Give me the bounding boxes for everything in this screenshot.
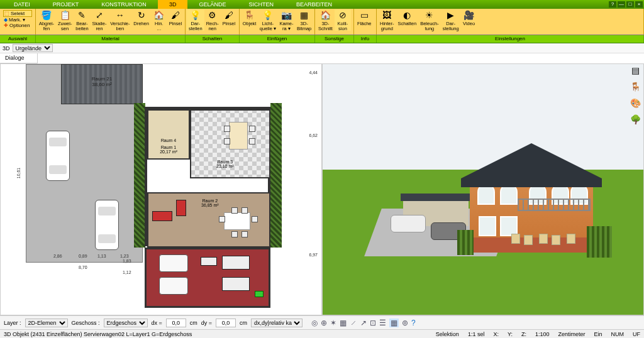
- snap-icon[interactable]: ◎: [311, 319, 318, 327]
- layers-icon[interactable]: ▤: [630, 65, 641, 77]
- tool-label: Fläche: [357, 21, 372, 26]
- palette-icon[interactable]: 🎨: [630, 98, 641, 109]
- tool-label: Kolli-sion: [338, 21, 348, 31]
- close-icon[interactable]: ×: [635, 1, 643, 8]
- snap-icon[interactable]: ✶: [330, 319, 336, 327]
- ribbon-button[interactable]: ▦3D-Bitmap: [295, 9, 313, 31]
- help-icon[interactable]: ?: [411, 319, 416, 327]
- group-label: Einstellungen: [377, 35, 644, 43]
- dimension: 1,83: [123, 259, 131, 263]
- select-button[interactable]: ⬚Selekt: [3, 10, 32, 17]
- dimension: 1,23: [120, 254, 129, 258]
- tool-icon: ⤢: [93, 9, 106, 21]
- snap-icons: ◎ ⊕ ✶ ▦ ⟋ ↗ ⊡ ☰ ▦ ⊚ ?: [311, 319, 416, 327]
- panel-schatten: 💡Dar-stellen⚙Rech-nen🖌Pinsel: [186, 9, 240, 35]
- cm-label: cm: [240, 320, 247, 326]
- status-z: Z:: [521, 331, 526, 337]
- menu-tabs: DATEI PROJEKT KONSTRUKTION 3D GELÄNDE SI…: [3, 0, 343, 9]
- ribbon-button[interactable]: 🏠Hin.…: [151, 9, 167, 31]
- tree-icon[interactable]: 🌳: [630, 114, 641, 126]
- sofa-icon: [222, 277, 250, 291]
- mark-button[interactable]: ◆Mark.▾: [3, 17, 32, 23]
- ribbon-button[interactable]: 🪣Abgrei-fen: [37, 9, 56, 31]
- ribbon-groups: Auswahl Material Schatten Einfügen Sonst…: [0, 35, 644, 43]
- outdoor-chair-icon: [511, 234, 520, 244]
- ribbon-button[interactable]: 🎥Video: [461, 9, 477, 26]
- ribbon-button[interactable]: ◐Schatten: [396, 9, 419, 26]
- view-3d-render[interactable]: [322, 63, 644, 315]
- help-icon[interactable]: ?: [609, 1, 616, 8]
- ribbon-button[interactable]: ⚙Rech-nen: [204, 9, 221, 31]
- dy-input[interactable]: [216, 319, 236, 327]
- ribbon-button[interactable]: 🖌Pinsel: [167, 9, 184, 26]
- snap-icon[interactable]: ⊚: [402, 319, 408, 327]
- furniture-icon[interactable]: 🪑: [630, 82, 641, 93]
- snap-icon[interactable]: ↗: [360, 319, 367, 327]
- tab-bearbeiten[interactable]: BEARBEITEN: [285, 0, 343, 9]
- car-icon: [46, 131, 70, 181]
- dx-input[interactable]: [166, 319, 186, 327]
- ribbon-button[interactable]: ⊘Kolli-sion: [335, 9, 351, 31]
- snap-icon[interactable]: ⊡: [370, 319, 376, 327]
- ribbon-button[interactable]: ▭Fläche: [355, 9, 374, 26]
- status-unit: Zentimeter: [558, 331, 585, 337]
- room-label: Raum 4: [148, 138, 189, 143]
- geschoss-select[interactable]: Erdgeschos: [104, 319, 148, 327]
- tab-projekt[interactable]: PROJEKT: [42, 0, 91, 9]
- ribbon-button[interactable]: 🪑Objekt: [241, 9, 258, 26]
- ribbon-button[interactable]: ⤢Skalie-ren: [91, 9, 109, 31]
- status-selektion: Selektion: [436, 331, 459, 337]
- room-label: Raum 323,10 m²: [216, 160, 234, 168]
- tool-icon: ⚙: [206, 9, 219, 21]
- room-area: 20,17 m²: [148, 150, 189, 154]
- ribbon-button[interactable]: 🖌Pinsel: [221, 9, 237, 26]
- table-icon: [224, 212, 250, 230]
- balcony: [518, 199, 591, 211]
- group-label: Info: [354, 35, 377, 43]
- maximize-icon[interactable]: □: [626, 1, 634, 8]
- panel-info: ▭Fläche: [354, 9, 377, 35]
- tab-datei[interactable]: DATEI: [3, 0, 42, 9]
- snap-icon[interactable]: ▦: [340, 319, 347, 327]
- ribbon-button[interactable]: 🖼Hinter-grund: [378, 9, 396, 31]
- basement-room: [145, 248, 270, 308]
- ribbon-button[interactable]: 📷Kame-ra ▾: [278, 9, 296, 31]
- tool-label: Schatten: [398, 21, 417, 26]
- dx-label: dx =: [152, 320, 162, 326]
- panel-sonstige: 🏠3D-Schnitt⊘Kolli-sion: [315, 9, 354, 35]
- ribbon-button[interactable]: ↻Drehen: [131, 9, 150, 26]
- tab-konstruktion[interactable]: KONSTRUKTION: [90, 0, 158, 9]
- snap-icon[interactable]: ▦: [389, 319, 399, 327]
- ribbon-button[interactable]: ↔Verschie-ben: [108, 9, 131, 31]
- ribbon-button[interactable]: 💡Licht-quelle ▾: [258, 9, 277, 31]
- ribbon-button[interactable]: ☀Beleuch-tung: [418, 9, 441, 31]
- snap-icon[interactable]: ⊕: [321, 319, 327, 327]
- ribbon-button[interactable]: 💡Dar-stellen: [187, 9, 204, 31]
- snap-icon[interactable]: ☰: [379, 319, 386, 327]
- tab-sichten[interactable]: SICHTEN: [237, 0, 285, 9]
- tool-icon: ▭: [358, 9, 370, 21]
- status-num: NUM: [611, 331, 625, 337]
- outdoor-chair-icon: [539, 234, 548, 244]
- ribbon-button[interactable]: ✎Bear-beiten: [74, 9, 90, 31]
- chair-icon: [224, 138, 230, 144]
- view-2d-floorplan[interactable]: Raum 21 38,60 m² Raum 4 Raum 1 20,17 m²: [0, 63, 322, 315]
- options-button[interactable]: ✚Optionen: [3, 23, 32, 28]
- tool-label: 3D-Schnitt: [318, 21, 333, 31]
- dimension: 1,13: [97, 254, 106, 258]
- ribbon-button[interactable]: 🏠3D-Schnitt: [316, 9, 335, 31]
- snap-icon[interactable]: ⟋: [350, 319, 357, 327]
- ribbon-button[interactable]: ▶Dar-stellung: [441, 9, 461, 31]
- dialoge-tab[interactable]: Dialoge: [0, 53, 38, 63]
- tab-3d[interactable]: 3D: [158, 0, 188, 9]
- view-dropdown[interactable]: Urgelände: [13, 44, 53, 52]
- coord-mode-select[interactable]: dx,dy|relativ ka: [251, 319, 303, 327]
- tab-gelaende[interactable]: GELÄNDE: [187, 0, 237, 9]
- minimize-icon[interactable]: —: [618, 1, 625, 8]
- tool-icon: ✎: [75, 9, 88, 21]
- sofa-icon: [222, 256, 250, 270]
- tool-icon: 🏠: [153, 9, 165, 21]
- layer-select[interactable]: 2D-Elemen: [25, 319, 68, 327]
- ribbon-button[interactable]: 📋Zuwei-sen: [56, 9, 74, 31]
- chair-icon: [231, 207, 238, 214]
